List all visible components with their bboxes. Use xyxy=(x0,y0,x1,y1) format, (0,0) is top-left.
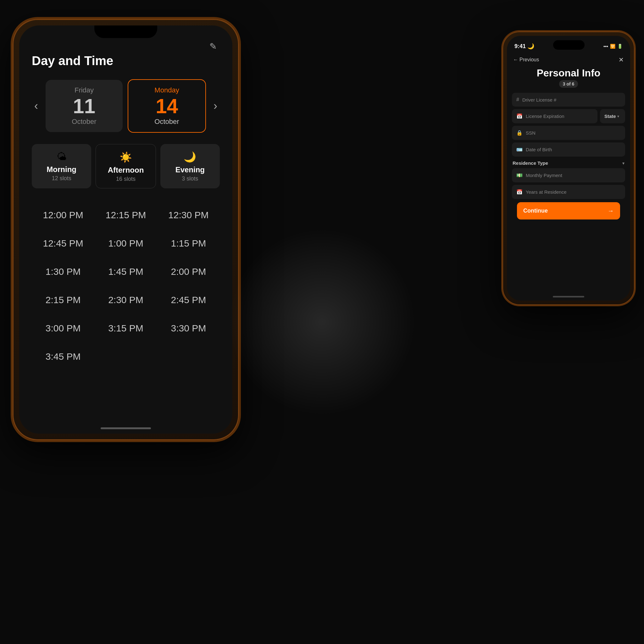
monthly-payment-field[interactable]: 💵 Monthly Payment xyxy=(512,168,625,182)
time-slot-345pm[interactable]: 3:45 PM xyxy=(32,342,94,371)
payment-icon: 💵 xyxy=(516,172,523,178)
day-name-friday: Friday xyxy=(50,86,118,94)
state-label: State xyxy=(604,114,616,119)
time-of-day-selector: 🌤 Morning 12 slots ☀️ Afternoon 16 slots… xyxy=(32,144,220,188)
afternoon-slots: 16 slots xyxy=(99,176,152,182)
prev-nav[interactable]: ‹ xyxy=(32,97,41,115)
time-slot-230pm[interactable]: 2:30 PM xyxy=(94,286,157,314)
day-monday[interactable]: Monday 14 October xyxy=(128,79,206,133)
monthly-payment-placeholder: Monthly Payment xyxy=(526,173,621,178)
afternoon-label: Afternoon xyxy=(99,166,152,175)
continue-arrow-icon: → xyxy=(608,207,614,214)
month-october-2: October xyxy=(133,118,201,126)
time-slot-1245pm[interactable]: 12:45 PM xyxy=(32,229,94,258)
time-slot-315pm[interactable]: 3:15 PM xyxy=(94,314,157,342)
edit-icon[interactable]: ✎ xyxy=(209,41,217,52)
tod-afternoon[interactable]: ☀️ Afternoon 16 slots xyxy=(96,144,156,188)
back-button[interactable]: ← Previous xyxy=(513,57,539,63)
residence-chevron-icon: ▾ xyxy=(622,161,625,166)
dob-field[interactable]: 🪪 Date of Birth xyxy=(512,142,625,157)
lock-icon: 🔒 xyxy=(516,130,523,136)
morning-icon: 🌤 xyxy=(35,151,88,163)
afternoon-icon: ☀️ xyxy=(99,151,152,163)
hashtag-icon: # xyxy=(516,97,519,103)
time-slot-1230pm[interactable]: 12:30 PM xyxy=(157,201,220,229)
glow-effect xyxy=(228,228,416,416)
continue-label: Continue xyxy=(523,208,548,214)
time-slot-245pm[interactable]: 2:45 PM xyxy=(157,286,220,314)
dynamic-island xyxy=(553,40,585,50)
date-num-14: 14 xyxy=(133,96,201,116)
time-slot-100pm[interactable]: 1:00 PM xyxy=(94,229,157,258)
evening-icon: 🌙 xyxy=(164,151,217,163)
continue-button[interactable]: Continue → xyxy=(517,202,620,219)
time-slot-200pm[interactable]: 2:00 PM xyxy=(157,258,220,286)
phone1-day-time: ✎ Day and Time ‹ Friday 11 October Monda… xyxy=(13,19,239,440)
residence-type-label: Residence Type xyxy=(513,160,548,166)
dob-placeholder: Date of Birth xyxy=(526,147,621,152)
wifi-icon: 🛜 xyxy=(610,44,615,49)
time-slots-grid: 12:00 PM 12:15 PM 12:30 PM 12:45 PM 1:00… xyxy=(32,201,220,371)
ssn-placeholder: SSN xyxy=(526,130,621,136)
time-slot-300pm[interactable]: 3:00 PM xyxy=(32,314,94,342)
driver-license-field[interactable]: # Driver License # xyxy=(512,93,625,107)
time-slot-115pm[interactable]: 1:15 PM xyxy=(157,229,220,258)
month-october-1: October xyxy=(50,118,118,126)
years-residence-placeholder: Years at Residence xyxy=(526,189,621,195)
time-slot-1215pm[interactable]: 12:15 PM xyxy=(94,201,157,229)
battery-icon: 🔋 xyxy=(617,44,623,49)
morning-slots: 12 slots xyxy=(35,175,88,182)
step-indicator: 3 of 6 xyxy=(559,80,578,88)
back-label: Previous xyxy=(519,57,539,63)
residence-type-row: Residence Type ▾ xyxy=(512,159,625,168)
day-name-monday: Monday xyxy=(133,86,201,94)
next-nav[interactable]: › xyxy=(211,97,220,115)
section-title: Day and Time xyxy=(32,54,220,68)
driver-license-placeholder: Driver License # xyxy=(522,97,621,103)
license-expiration-placeholder: License Expiration xyxy=(526,114,593,119)
ssn-field[interactable]: 🔒 SSN xyxy=(512,126,625,140)
time-slot-145pm[interactable]: 1:45 PM xyxy=(94,258,157,286)
state-chevron-icon: ▾ xyxy=(617,114,619,119)
close-button[interactable]: ✕ xyxy=(619,56,624,64)
phone2-personal-info: 9:41 🌙 ▪▪▪ 🛜 🔋 ← Previous ✕ Personal Inf… xyxy=(502,31,635,305)
license-expiration-row: 📅 License Expiration State ▾ xyxy=(512,109,625,123)
personal-info-form: # Driver License # 📅 License Expiration … xyxy=(507,93,630,219)
tod-evening[interactable]: 🌙 Evening 3 slots xyxy=(160,144,220,188)
status-icons: ▪▪▪ 🛜 🔋 xyxy=(603,44,623,49)
license-expiration-field[interactable]: 📅 License Expiration xyxy=(512,109,597,123)
day-friday[interactable]: Friday 11 October xyxy=(46,80,123,132)
home-bar-phone2 xyxy=(553,296,584,297)
years-residence-field[interactable]: 📅 Years at Residence xyxy=(512,185,625,199)
back-arrow-icon: ← xyxy=(513,57,518,63)
time-slot-1200pm[interactable]: 12:00 PM xyxy=(32,201,94,229)
signal-icon: ▪▪▪ xyxy=(603,44,608,49)
p2-header: ← Previous ✕ xyxy=(507,53,630,64)
morning-label: Morning xyxy=(35,165,88,174)
calendar-icon-2: 📅 xyxy=(516,189,523,195)
time-slot-215pm[interactable]: 2:15 PM xyxy=(32,286,94,314)
time-slot-130pm[interactable]: 1:30 PM xyxy=(32,258,94,286)
status-bar: 9:41 🌙 ▪▪▪ 🛜 🔋 xyxy=(507,36,630,53)
calendar-row: ‹ Friday 11 October Monday 14 October › xyxy=(32,79,220,133)
id-card-icon: 🪪 xyxy=(516,147,523,153)
time-slot-330pm[interactable]: 3:30 PM xyxy=(157,314,220,342)
form-title: Personal Info xyxy=(507,67,630,79)
tod-morning[interactable]: 🌤 Morning 12 slots xyxy=(32,144,91,188)
date-num-11: 11 xyxy=(50,96,118,116)
status-time: 9:41 🌙 xyxy=(514,43,534,50)
calendar-icon-1: 📅 xyxy=(516,113,523,119)
state-selector[interactable]: State ▾ xyxy=(600,109,625,123)
evening-label: Evening xyxy=(164,165,217,174)
home-bar-phone1 xyxy=(101,427,151,429)
evening-slots: 3 slots xyxy=(164,175,217,182)
